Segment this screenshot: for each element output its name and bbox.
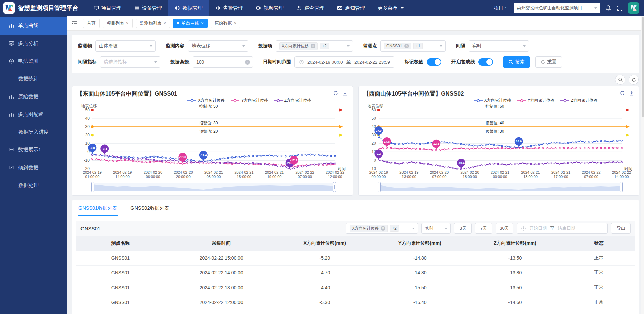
table-data-item-select[interactable]: X方向累计位移 +2 [346,223,418,234]
tab-project-list[interactable]: 项目列表 [103,19,133,28]
tab-gnss02-data-list[interactable]: GNSS02数据列表 [130,200,170,216]
table-cell: GNSS01 [76,295,165,310]
sidebar-item-data-display-1[interactable]: 数据展示1 [0,141,67,159]
filter-label: 间隔指标 [78,59,97,65]
tab-label: 监测物列表 [140,20,162,26]
nav-item-device[interactable]: 设备管理 [128,0,168,16]
sidebar-item-data-statistics[interactable]: 数据统计 [0,70,67,88]
data-item-select[interactable]: X方向累计位移 +2 [276,40,353,52]
search-button[interactable]: 搜索 [503,56,530,68]
legend-item-z[interactable]: Z方向累计位移 [560,98,597,103]
svg-text:-10: -10 [84,158,90,163]
chart-refresh-icon[interactable] [333,90,338,96]
tab-label: 首页 [87,20,96,26]
brush-handle-left[interactable] [378,182,381,192]
chart-download-icon[interactable] [342,90,348,96]
chart-title: 【西面山体105平台中间位置】GNSS02 [363,90,464,98]
sidebar-item-tilt-data[interactable]: 倾斜数据 [0,159,67,177]
remove-tag-icon[interactable] [381,226,385,231]
legend-item-z[interactable]: Z方向累计位移 [274,98,311,103]
monitor-object-select[interactable]: 山体滑坡 [95,40,156,52]
chart-brush[interactable] [92,183,335,191]
close-icon[interactable] [234,21,237,25]
sidebar-item-multi-point-analysis[interactable]: 多点分析 [0,35,67,52]
tab-gnss01-data-list[interactable]: GNSS01数据列表 [78,200,118,216]
close-icon[interactable] [164,21,166,25]
tab-monitor-object-list[interactable]: 监测物列表 [136,19,170,28]
chevron-down-icon [445,228,447,229]
window-scrollbar[interactable] [641,16,644,314]
table-row: GNSS01 2024-02-22 15:00:00 -5.20 -14.80 … [76,251,635,265]
remove-tag-icon[interactable] [404,44,409,48]
legend-item-x[interactable]: X方向累计位移 [474,98,511,103]
nav-item-project[interactable]: 项目管理 [87,0,128,16]
sidebar-collapse-icon[interactable] [72,20,78,26]
nav-item-more[interactable]: 更多菜单 [371,0,410,16]
svg-text:20: 20 [372,141,376,146]
sidebar-item-electrical-monitoring[interactable]: 电法监测 [0,52,67,70]
range-3d-button[interactable]: 3天 [454,223,472,234]
nav-item-alarm[interactable]: 告警管理 [209,0,250,16]
sidebar-item-multi-chart-config[interactable]: 多点图配置 [0,106,67,123]
mark-extreme-toggle[interactable] [427,58,441,66]
charts-row: 【东面山体105平台中间位置】GNSS01 [72,86,639,196]
table-cell: -15.40 [372,295,468,310]
select-value: 实时 [425,225,434,231]
export-button[interactable]: 导出 [611,223,631,234]
date-range-picker[interactable]: 2024-02-19 00:00 至 2024-02-22 23:59 [294,56,394,68]
data-count-input[interactable]: 100 [193,56,253,68]
table-date-range-picker[interactable]: 开始日期 至 结束日期 [517,223,608,234]
scrollbar-thumb[interactable] [642,17,644,117]
tab-raw-data[interactable]: 原始数据 [211,19,241,28]
chart-download-icon[interactable] [629,90,634,96]
sidebar-item-single-point-curve[interactable]: 单点曲线 [0,17,67,35]
tab-home[interactable]: 首页 [83,19,100,28]
user-avatar[interactable] [628,2,639,14]
monitor-point-select[interactable]: GNSS01 +1 [380,40,446,52]
nav-item-video[interactable]: 视频管理 [250,0,290,16]
fullscreen-icon[interactable] [617,5,623,11]
zoom-button[interactable] [615,75,625,85]
interval-select[interactable]: 实时 [469,40,529,52]
sidebar-item-data-import-progress[interactable]: 数据导入进度 [0,123,67,141]
remove-tag-icon[interactable] [311,44,315,48]
legend-item-y[interactable]: Y方向累计位移 [517,98,554,103]
svg-text:15:00:00: 15:00:00 [237,175,251,179]
bell-icon[interactable] [605,5,611,11]
monitor-icon [94,5,99,11]
brush-handle-right[interactable] [620,182,623,192]
chart-brush[interactable] [379,183,622,191]
reset-button[interactable]: 重置 [535,56,562,68]
end-date-placeholder[interactable]: 结束日期 [558,225,575,231]
legend-item-y[interactable]: Y方向累计位移 [231,98,268,103]
end-date-value[interactable]: 2024-02-22 23:59 [354,60,390,65]
interval-metric-select[interactable]: 请选择指标 [100,56,160,68]
tab-single-point-curve[interactable]: 单点曲线 [173,19,208,28]
sidebar-item-raw-data[interactable]: 原始数据 [0,88,67,106]
nav-item-notify[interactable]: 通知管理 [331,0,371,16]
legend-item-x[interactable]: X方向累计位移 [187,98,225,103]
svg-text:-10.4: -10.4 [458,161,464,165]
range-30d-button[interactable]: 30天 [496,223,513,234]
close-icon[interactable] [126,21,129,25]
screen-chart-icon [9,165,14,171]
start-date-value[interactable]: 2024-02-19 00:00 [307,60,343,65]
sidebar-item-data-processing[interactable]: 数据处理 [0,177,67,194]
project-select[interactable]: 惠州交投绿色矿山自动化监测项目 [514,3,600,13]
search-icon [508,60,513,64]
brush-handle-left[interactable] [91,182,94,192]
close-icon[interactable] [201,21,204,25]
refresh-charts-button[interactable] [629,75,639,85]
clear-input-icon[interactable] [245,60,250,65]
table-cell: -4.40 [277,280,372,295]
data-table: 测点名称 采集时间 X方向累计位移(mm) Y方向累计位移(mm) Z方向累计位… [76,236,635,314]
alert-line-toggle[interactable] [478,58,493,66]
range-7d-button[interactable]: 7天 [475,223,492,234]
monitor-content-select[interactable]: 地表位移 [188,40,248,52]
brush-handle-right[interactable] [333,182,336,192]
nav-item-data[interactable]: 数据管理 [168,0,209,16]
chart-refresh-icon[interactable] [620,90,625,96]
nav-item-patrol[interactable]: 巡查管理 [290,0,331,16]
start-date-placeholder[interactable]: 开始日期 [529,225,547,231]
table-interval-select[interactable]: 实时 [421,223,451,234]
